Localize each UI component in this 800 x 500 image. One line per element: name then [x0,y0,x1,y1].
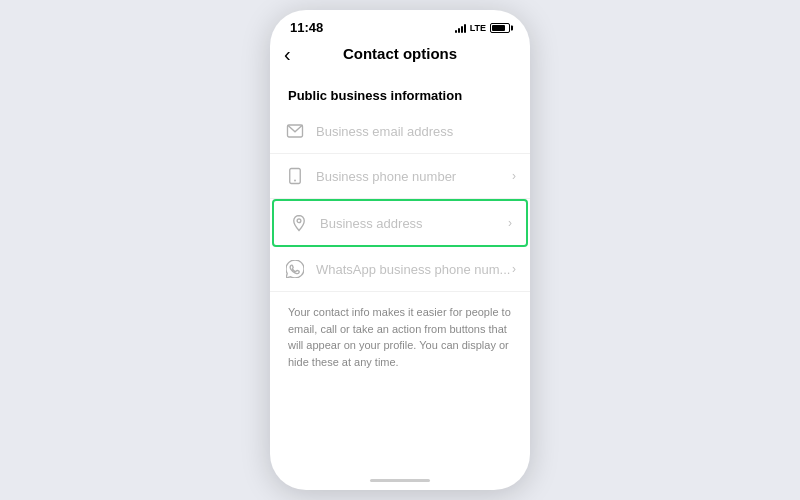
status-bar: 11:48 LTE [270,10,530,39]
page-title: Contact options [343,45,457,62]
whatsapp-placeholder: WhatsApp business phone num... [316,262,512,277]
content-area: Public business information Business ema… [270,72,530,473]
whatsapp-icon [284,258,306,280]
home-indicator [270,473,530,490]
lte-label: LTE [470,23,486,33]
battery-icon [490,23,510,33]
battery-fill [492,25,505,31]
email-list-item[interactable]: Business email address [270,109,530,154]
phone-list-item[interactable]: Business phone number › [270,154,530,199]
whatsapp-list-item[interactable]: WhatsApp business phone num... › [270,247,530,292]
whatsapp-chevron: › [512,262,516,276]
location-icon [288,212,310,234]
info-text: Your contact info makes it easier for pe… [270,292,530,382]
email-icon [284,120,306,142]
email-placeholder: Business email address [316,124,516,139]
section-title: Public business information [270,80,530,109]
phone-icon [284,165,306,187]
phone-chevron: › [512,169,516,183]
address-placeholder: Business address [320,216,508,231]
nav-header: ‹ Contact options [270,39,530,72]
signal-bars-icon [455,23,466,33]
svg-point-3 [297,219,301,223]
address-list-item[interactable]: Business address › [272,199,528,247]
status-icons: LTE [455,23,510,33]
home-indicator-bar [370,479,430,482]
phone-placeholder: Business phone number [316,169,512,184]
status-time: 11:48 [290,20,323,35]
phone-frame: 11:48 LTE ‹ Contact options Public busin… [270,10,530,490]
back-button[interactable]: ‹ [284,44,291,64]
address-chevron: › [508,216,512,230]
